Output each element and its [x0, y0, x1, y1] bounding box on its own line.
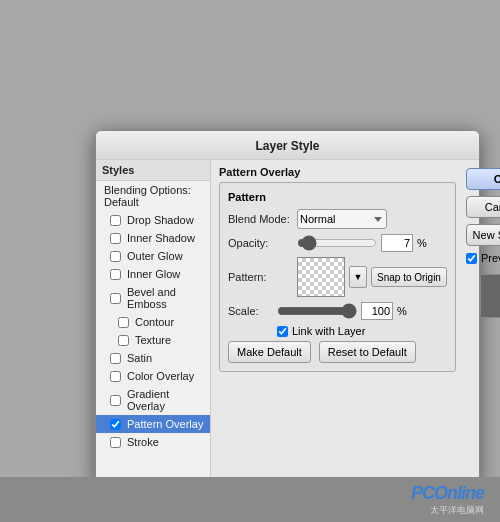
sidebar-item-inner-glow[interactable]: Inner Glow — [96, 265, 210, 283]
link-layer-row: Link with Layer — [228, 325, 447, 337]
layer-style-dialog: Layer Style Styles Blending Options: Def… — [95, 130, 480, 485]
section-title: Pattern Overlay — [219, 166, 456, 178]
scale-row: Scale: % — [228, 302, 447, 320]
sidebar-item-gradient-overlay[interactable]: Gradient Overlay — [96, 385, 210, 415]
drop-shadow-label: Drop Shadow — [127, 214, 194, 226]
pattern-overlay-check[interactable] — [110, 419, 121, 430]
styles-panel: Styles Blending Options: Default Drop Sh… — [96, 160, 211, 481]
stroke-check[interactable] — [110, 437, 121, 448]
outer-glow-check[interactable] — [110, 251, 121, 262]
link-layer-check[interactable] — [277, 326, 288, 337]
reset-default-btn[interactable]: Reset to Default — [319, 341, 416, 363]
pattern-overlay-label: Pattern Overlay — [127, 418, 203, 430]
texture-check[interactable] — [118, 335, 129, 346]
new-style-button[interactable]: New Style... — [466, 224, 500, 246]
blending-label: Blending Options: Default — [104, 184, 204, 208]
preview-row: Preview — [466, 252, 500, 264]
scale-percent: % — [397, 305, 407, 317]
stroke-label: Stroke — [127, 436, 159, 448]
content-panel: Pattern Overlay Pattern Blend Mode: Norm… — [211, 160, 462, 481]
drop-shadow-check[interactable] — [110, 215, 121, 226]
bevel-emboss-check[interactable] — [110, 293, 121, 304]
inner-glow-label: Inner Glow — [127, 268, 180, 280]
pc-logo-text: PCOnline — [411, 483, 484, 504]
gradient-overlay-check[interactable] — [110, 395, 121, 406]
texture-label: Texture — [135, 334, 171, 346]
preview-checkbox[interactable] — [466, 253, 477, 264]
sidebar-item-inner-shadow[interactable]: Inner Shadow — [96, 229, 210, 247]
sidebar-item-stroke[interactable]: Stroke — [96, 433, 210, 451]
contour-check[interactable] — [118, 317, 129, 328]
sidebar-item-blending[interactable]: Blending Options: Default — [96, 181, 210, 211]
opacity-slider[interactable] — [297, 236, 377, 250]
sidebar-item-texture[interactable]: Texture — [96, 331, 210, 349]
inner-glow-check[interactable] — [110, 269, 121, 280]
sidebar-item-pattern-overlay[interactable]: Pattern Overlay — [96, 415, 210, 433]
styles-header-label: Styles — [102, 164, 134, 176]
contour-label: Contour — [135, 316, 174, 328]
satin-label: Satin — [127, 352, 152, 364]
link-layer-label: Link with Layer — [292, 325, 365, 337]
pattern-row: Pattern: ▼ Snap to Origin — [228, 257, 447, 297]
pc-logo-sub: 太平洋电脑网 — [411, 504, 484, 517]
opacity-percent: % — [417, 237, 427, 249]
gradient-overlay-label: Gradient Overlay — [127, 388, 204, 412]
sidebar-item-outer-glow[interactable]: Outer Glow — [96, 247, 210, 265]
pattern-panel-box: Pattern Blend Mode: Normal Multiply Scre… — [219, 182, 456, 372]
pattern-preview[interactable] — [297, 257, 345, 297]
bottom-bar: PCOnline 太平洋电脑网 — [0, 477, 500, 522]
inner-shadow-check[interactable] — [110, 233, 121, 244]
styles-header: Styles — [96, 160, 210, 181]
color-overlay-check[interactable] — [110, 371, 121, 382]
scale-slider-container: % — [277, 302, 447, 320]
snap-to-origin-btn[interactable]: Snap to Origin — [371, 267, 447, 287]
sidebar-item-contour[interactable]: Contour — [96, 313, 210, 331]
ok-button[interactable]: OK — [466, 168, 500, 190]
preview-label: Preview — [481, 252, 500, 264]
satin-check[interactable] — [110, 353, 121, 364]
pc-logo: PCOnline 太平洋电脑网 — [411, 483, 484, 517]
opacity-row: Opacity: % — [228, 234, 447, 252]
outer-glow-label: Outer Glow — [127, 250, 183, 262]
pattern-dropdown-btn[interactable]: ▼ — [349, 266, 367, 288]
opacity-slider-container: % — [297, 234, 447, 252]
dialog-title: Layer Style — [96, 131, 479, 160]
preview-thumbnail — [480, 274, 500, 318]
scale-input[interactable] — [361, 302, 393, 320]
scale-label: Scale: — [228, 305, 273, 317]
blend-mode-row: Blend Mode: Normal Multiply Screen Overl… — [228, 209, 447, 229]
pattern-label: Pattern: — [228, 271, 293, 283]
pattern-box-title: Pattern — [228, 191, 447, 203]
sidebar-item-bevel-emboss[interactable]: Bevel and Emboss — [96, 283, 210, 313]
bevel-emboss-label: Bevel and Emboss — [127, 286, 204, 310]
sidebar-item-color-overlay[interactable]: Color Overlay — [96, 367, 210, 385]
opacity-label: Opacity: — [228, 237, 293, 249]
make-default-btn[interactable]: Make Default — [228, 341, 311, 363]
dialog-body: Styles Blending Options: Default Drop Sh… — [96, 160, 479, 481]
blend-mode-select[interactable]: Normal Multiply Screen Overlay — [297, 209, 387, 229]
sidebar-item-drop-shadow[interactable]: Drop Shadow — [96, 211, 210, 229]
inner-shadow-label: Inner Shadow — [127, 232, 195, 244]
scale-slider[interactable] — [277, 304, 357, 318]
sidebar-item-satin[interactable]: Satin — [96, 349, 210, 367]
dialog-content-area: Pattern Overlay Pattern Blend Mode: Norm… — [211, 160, 500, 481]
opacity-input[interactable] — [381, 234, 413, 252]
dialog-buttons-col: OK Cancel New Style... Preview — [462, 160, 500, 481]
color-overlay-label: Color Overlay — [127, 370, 194, 382]
action-btns-row: Make Default Reset to Default — [228, 341, 447, 363]
dialog-title-text: Layer Style — [255, 139, 319, 153]
blend-mode-label: Blend Mode: — [228, 213, 293, 225]
cancel-button[interactable]: Cancel — [466, 196, 500, 218]
